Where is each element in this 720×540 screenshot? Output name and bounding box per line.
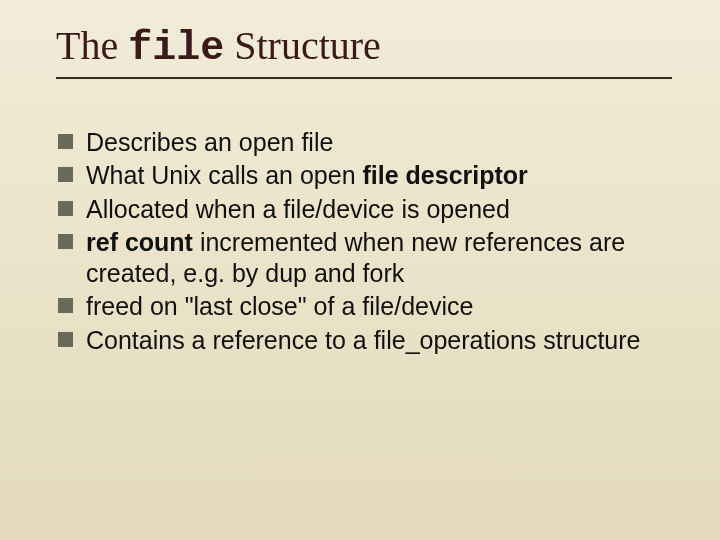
- list-item: freed on "last close" of a file/device: [56, 291, 668, 322]
- bullet-pre: Contains a reference to a file_operation…: [86, 326, 640, 354]
- title-pre: The: [56, 23, 128, 68]
- slide-title: The file Structure: [56, 22, 672, 71]
- title-code: file: [128, 26, 224, 71]
- bullet-pre: Allocated when a file/device is opened: [86, 195, 510, 223]
- title-post: Structure: [224, 23, 381, 68]
- slide: The file Structure Describes an open fil…: [0, 0, 720, 540]
- bullet-bold: file descriptor: [363, 161, 528, 189]
- list-item: What Unix calls an open file descriptor: [56, 160, 668, 191]
- list-item: Allocated when a file/device is opened: [56, 194, 668, 225]
- bullet-pre: freed on "last close" of a file/device: [86, 292, 473, 320]
- bullet-pre: What Unix calls an open: [86, 161, 363, 189]
- list-item: Contains a reference to a file_operation…: [56, 325, 668, 356]
- list-item: Describes an open file: [56, 127, 668, 158]
- title-divider: [56, 77, 672, 79]
- bullet-pre: Describes an open file: [86, 128, 333, 156]
- bullet-list: Describes an open file What Unix calls a…: [56, 127, 672, 356]
- list-item: ref count incremented when new reference…: [56, 227, 668, 290]
- bullet-bold: ref count: [86, 228, 193, 256]
